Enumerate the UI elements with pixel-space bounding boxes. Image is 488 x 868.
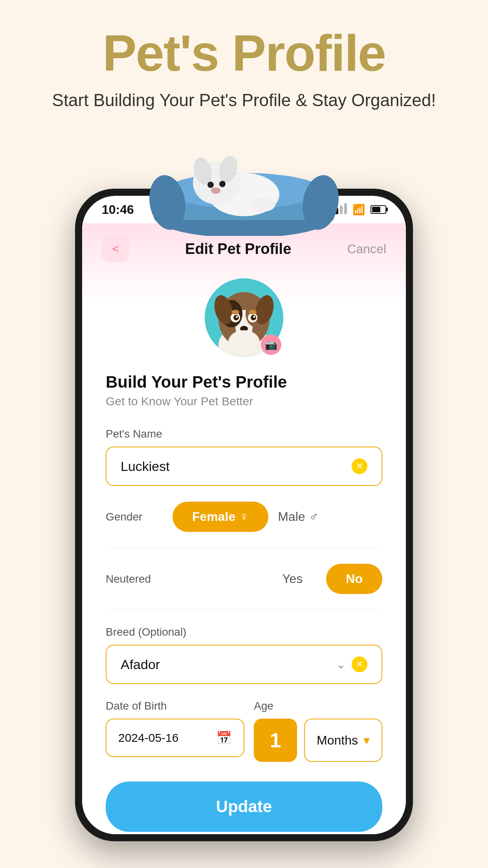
breed-value: Afador [121, 657, 160, 672]
svg-point-24 [251, 315, 256, 320]
form-section: Build Your Pet's Profile Get to Know You… [82, 357, 406, 834]
gender-label: Gender [106, 511, 161, 523]
svg-point-30 [228, 330, 260, 354]
clear-name-button[interactable]: ✕ [352, 458, 367, 474]
clear-breed-button[interactable]: ✕ [352, 657, 367, 672]
pet-name-label: Pet's Name [106, 428, 382, 440]
wifi-icon: 📶 [352, 204, 365, 216]
status-time: 10:46 [102, 202, 134, 217]
svg-point-27 [231, 310, 239, 314]
female-symbol: ♀ [239, 509, 249, 524]
dob-label: Date of Birth [106, 700, 244, 712]
clear-icon: ✕ [356, 461, 363, 471]
dob-input[interactable]: 2024-05-16 📅 [106, 719, 244, 757]
dob-value: 2024-05-16 [118, 731, 178, 745]
page-subtitle: Start Building Your Pet's Profile & Stay… [0, 90, 488, 110]
svg-point-28 [249, 310, 257, 314]
svg-point-26 [253, 316, 255, 318]
phone-screen: 10:46 📶 < [82, 196, 406, 834]
phone-frame: 10:46 📶 < [75, 189, 413, 841]
separator-2 [106, 610, 382, 610]
battery-icon [371, 205, 386, 214]
dog-illustration [146, 114, 342, 236]
male-gender-button[interactable]: Male ♂ [278, 509, 318, 524]
clear-breed-icon: ✕ [356, 659, 363, 669]
update-button[interactable]: Update [106, 782, 382, 832]
back-button[interactable]: < [102, 235, 129, 263]
back-icon: < [112, 242, 119, 256]
camera-button[interactable]: 📷 [261, 335, 281, 355]
svg-point-10 [219, 181, 226, 187]
pet-name-value: Luckiest [121, 459, 170, 474]
pet-name-input[interactable]: Luckiest ✕ [106, 447, 382, 486]
dob-age-row: Date of Birth 2024-05-16 📅 Age 1 Months [106, 700, 382, 762]
age-label: Age [254, 700, 382, 712]
male-symbol: ♂ [309, 509, 319, 524]
section-title: Build Your Pet's Profile [106, 373, 382, 392]
age-unit-dropdown[interactable]: Months ▾ [304, 719, 382, 762]
neutered-row: Neutered Yes No [106, 564, 382, 594]
breed-controls: ⌄ ✕ [336, 657, 367, 672]
no-neutered-button[interactable]: No [326, 564, 382, 594]
svg-point-25 [236, 316, 238, 318]
svg-point-23 [233, 315, 239, 320]
gender-options: Female ♀ Male ♂ [172, 502, 319, 532]
nav-title: Edit Pet Profile [185, 241, 291, 257]
svg-point-12 [252, 197, 275, 211]
breed-label: Breed (Optional) [106, 626, 382, 638]
separator-1 [106, 548, 382, 548]
cancel-button[interactable]: Cancel [347, 242, 386, 256]
age-section: Age 1 Months ▾ [254, 700, 382, 762]
age-unit-label: Months [317, 733, 358, 748]
neutered-options: Yes No [266, 564, 382, 594]
age-value[interactable]: 1 [254, 719, 297, 762]
section-subtitle: Get to Know Your Pet Better [106, 395, 382, 408]
breed-input[interactable]: Afador ⌄ ✕ [106, 645, 382, 684]
chevron-down-icon: ⌄ [336, 658, 345, 671]
app-content: < Edit Pet Profile Cancel [82, 223, 406, 834]
gender-row: Gender Female ♀ Male ♂ [106, 502, 382, 532]
female-gender-button[interactable]: Female ♀ [172, 502, 268, 532]
neutered-label: Neutered [106, 573, 255, 585]
svg-point-9 [207, 182, 214, 188]
male-label: Male [278, 509, 305, 524]
pet-avatar-container: 📷 [82, 278, 406, 357]
dob-section: Date of Birth 2024-05-16 📅 [106, 700, 244, 757]
calendar-icon: 📅 [216, 730, 232, 745]
age-unit-chevron-icon: ▾ [363, 733, 370, 748]
camera-icon: 📷 [265, 339, 277, 351]
age-controls: 1 Months ▾ [254, 719, 382, 762]
female-label: Female [192, 509, 235, 524]
svg-point-11 [211, 188, 220, 194]
yes-neutered-button[interactable]: Yes [266, 564, 318, 594]
page-title: Pet's Profile [0, 24, 488, 83]
